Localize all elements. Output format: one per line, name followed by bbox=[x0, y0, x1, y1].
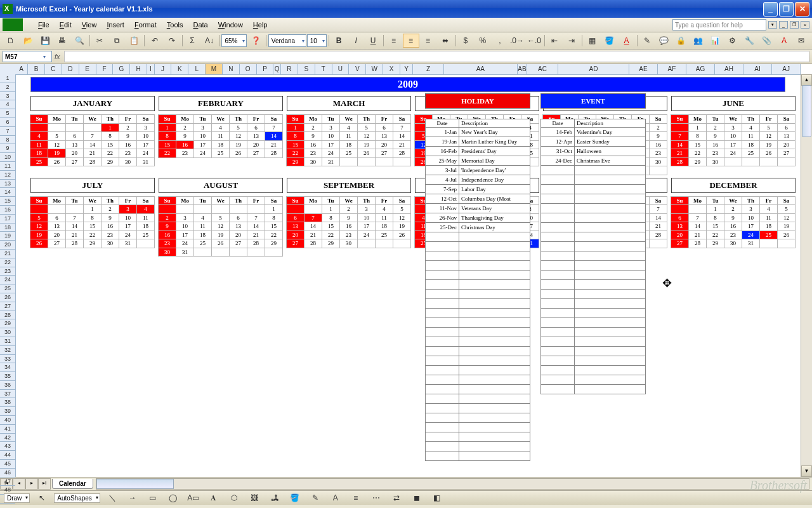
col-header-AD[interactable]: AD bbox=[558, 64, 629, 74]
day-cell[interactable]: 19 bbox=[229, 140, 247, 150]
day-cell[interactable]: 11 bbox=[193, 222, 212, 231]
row-header-15[interactable]: 15 bbox=[0, 197, 15, 206]
day-cell[interactable]: 20 bbox=[375, 140, 393, 150]
day-cell[interactable]: 30 bbox=[724, 239, 742, 248]
col-header-AC[interactable]: AC bbox=[527, 64, 558, 74]
day-cell[interactable]: 12 bbox=[777, 213, 796, 223]
day-cell[interactable]: 5 bbox=[357, 123, 376, 133]
col-header-V[interactable]: V bbox=[349, 64, 366, 74]
day-cell[interactable]: 30 bbox=[649, 157, 667, 167]
day-cell[interactable]: 24 bbox=[742, 231, 760, 240]
day-cell[interactable]: 25 bbox=[742, 149, 760, 158]
day-cell[interactable]: 29 bbox=[706, 239, 724, 248]
day-cell[interactable]: 18 bbox=[742, 140, 760, 150]
day-cell[interactable]: 24 bbox=[724, 149, 742, 158]
day-cell[interactable]: 24 bbox=[357, 231, 376, 240]
col-header-H[interactable]: H bbox=[130, 64, 147, 74]
day-cell[interactable]: 5 bbox=[30, 213, 48, 223]
day-cell[interactable]: 3 bbox=[193, 123, 212, 133]
day-cell[interactable]: 15 bbox=[706, 222, 724, 231]
day-cell[interactable]: 20 bbox=[48, 231, 66, 240]
day-cell[interactable] bbox=[375, 157, 393, 167]
day-cell[interactable]: 10 bbox=[322, 131, 340, 141]
row-header-18[interactable]: 18 bbox=[0, 224, 15, 232]
day-cell[interactable]: 23 bbox=[176, 149, 194, 158]
day-cell[interactable]: 31 bbox=[742, 239, 760, 248]
day-cell[interactable] bbox=[176, 204, 194, 214]
day-cell[interactable] bbox=[30, 123, 48, 133]
day-cell[interactable]: 18 bbox=[759, 222, 778, 231]
day-cell[interactable] bbox=[211, 248, 230, 257]
menu-file[interactable]: File bbox=[33, 20, 55, 30]
row-header-41[interactable]: 41 bbox=[0, 425, 15, 434]
tool-c-button[interactable]: 📎 bbox=[759, 34, 775, 48]
day-cell[interactable]: 21 bbox=[265, 140, 283, 150]
day-cell[interactable]: 9 bbox=[158, 222, 176, 231]
day-cell[interactable]: 16 bbox=[176, 140, 194, 150]
col-header-C[interactable]: C bbox=[45, 64, 62, 74]
day-cell[interactable]: 16 bbox=[724, 222, 742, 231]
day-cell[interactable]: 25 bbox=[375, 231, 393, 240]
col-header-D[interactable]: D bbox=[62, 64, 79, 74]
tool-d-button[interactable]: A bbox=[776, 34, 792, 48]
day-cell[interactable] bbox=[759, 157, 778, 167]
track-button[interactable]: 📊 bbox=[707, 34, 724, 48]
row-header-16[interactable]: 16 bbox=[0, 206, 15, 215]
day-cell[interactable]: 31 bbox=[176, 248, 194, 257]
col-header-B[interactable]: B bbox=[28, 64, 45, 74]
share-button[interactable]: 👥 bbox=[690, 34, 707, 48]
day-cell[interactable]: 1 bbox=[158, 123, 176, 133]
day-cell[interactable]: 21 bbox=[649, 222, 667, 231]
day-cell[interactable]: 23 bbox=[158, 239, 176, 248]
paste-button[interactable]: 📋 bbox=[126, 34, 142, 48]
row-header-4[interactable]: 4 bbox=[0, 100, 15, 109]
day-cell[interactable]: 3 bbox=[136, 123, 155, 133]
day-cell[interactable]: 15 bbox=[688, 140, 707, 150]
day-cell[interactable]: 27 bbox=[48, 239, 66, 248]
day-cell[interactable]: 22 bbox=[706, 231, 724, 240]
row-header-43[interactable]: 43 bbox=[0, 442, 15, 451]
review-button[interactable]: ✎ bbox=[639, 34, 655, 48]
day-cell[interactable]: 24 bbox=[322, 149, 340, 158]
day-cell[interactable]: 23 bbox=[339, 231, 358, 240]
table-cell[interactable]: 4-Jul bbox=[426, 175, 459, 185]
day-cell[interactable]: 11 bbox=[211, 131, 230, 141]
day-cell[interactable]: 11 bbox=[339, 131, 358, 141]
day-cell[interactable]: 16 bbox=[706, 140, 724, 150]
day-cell[interactable]: 25 bbox=[30, 157, 48, 167]
help-dropdown[interactable]: ▾ bbox=[768, 21, 777, 29]
row-header-30[interactable]: 30 bbox=[0, 328, 15, 337]
day-cell[interactable]: 23 bbox=[649, 149, 667, 158]
day-cell[interactable]: 26 bbox=[30, 239, 48, 248]
day-cell[interactable]: 1 bbox=[286, 123, 304, 133]
table-cell[interactable]: 3-Jul bbox=[426, 166, 459, 175]
day-cell[interactable]: 3 bbox=[176, 213, 194, 223]
day-cell[interactable]: 28 bbox=[649, 231, 667, 240]
day-cell[interactable]: 7 bbox=[393, 123, 411, 133]
table-cell[interactable]: 'Independence Day' bbox=[459, 166, 530, 175]
day-cell[interactable]: 1 bbox=[265, 204, 283, 214]
day-cell[interactable]: 22 bbox=[322, 231, 340, 240]
3d-button[interactable]: ◧ bbox=[429, 491, 445, 505]
day-cell[interactable]: 10 bbox=[193, 131, 212, 141]
day-cell[interactable]: 7 bbox=[265, 123, 283, 133]
row-header-9[interactable]: 9 bbox=[0, 144, 15, 153]
day-cell[interactable]: 12 bbox=[229, 131, 247, 141]
col-header-K[interactable]: K bbox=[171, 64, 188, 74]
day-cell[interactable]: 1 bbox=[706, 204, 724, 214]
day-cell[interactable]: 31 bbox=[136, 157, 155, 167]
day-cell[interactable]: 13 bbox=[777, 131, 796, 141]
table-cell[interactable]: Christmas Eve bbox=[575, 156, 646, 166]
row-header-7[interactable]: 7 bbox=[0, 127, 15, 136]
table-cell[interactable]: Veterans Day bbox=[459, 204, 530, 213]
day-cell[interactable]: 28 bbox=[393, 149, 411, 158]
day-cell[interactable]: 27 bbox=[65, 157, 84, 167]
day-cell[interactable]: 20 bbox=[229, 231, 247, 240]
table-cell[interactable]: Halloween bbox=[575, 147, 646, 156]
day-cell[interactable]: 1 bbox=[101, 123, 119, 133]
day-cell[interactable] bbox=[229, 248, 247, 257]
col-header-AB[interactable]: AB bbox=[518, 64, 527, 74]
day-cell[interactable] bbox=[211, 204, 230, 214]
day-cell[interactable]: 19 bbox=[357, 140, 376, 150]
arrowstyle-button[interactable]: ⇄ bbox=[388, 491, 405, 505]
